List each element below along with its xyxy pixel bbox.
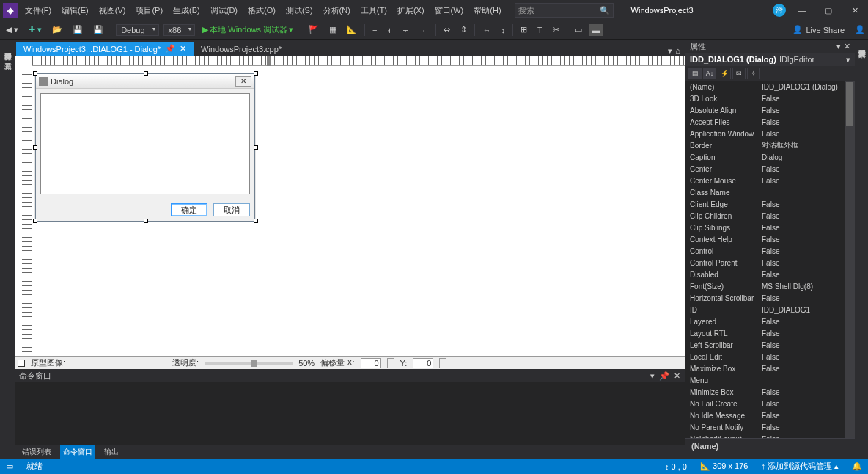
offset-x-spinner[interactable] xyxy=(387,358,394,368)
property-row[interactable]: Minimize BoxFalse xyxy=(685,386,845,398)
events-icon[interactable]: ⚡ xyxy=(718,68,731,79)
toggle-icon-2[interactable]: ▬ xyxy=(589,24,603,36)
menu-item[interactable]: 文件(F) xyxy=(21,3,56,18)
property-row[interactable]: Border对话框外框 xyxy=(685,139,845,151)
scrollbar[interactable] xyxy=(845,81,855,438)
align-left-icon[interactable]: ≡ xyxy=(369,24,380,36)
liveshare-label[interactable]: Live Share xyxy=(806,26,845,34)
align-icon[interactable]: ⫞ xyxy=(384,24,394,36)
property-row[interactable]: 3D LookFalse xyxy=(685,92,845,104)
ok-button[interactable]: 确定 xyxy=(171,203,207,216)
solution-explorer-tab[interactable]: 解决方案资源管理器 xyxy=(855,40,868,48)
output-body[interactable] xyxy=(15,382,685,445)
dialog-editor[interactable]: Dialog ✕ 确定 取消 xyxy=(15,56,685,356)
menu-item[interactable]: 帮助(H) xyxy=(469,3,505,18)
menu-item[interactable]: 格式(O) xyxy=(243,3,280,18)
feedback-icon[interactable]: 👤 xyxy=(855,25,865,34)
property-row[interactable]: Left ScrollbarFalse xyxy=(685,339,845,351)
overrides-icon[interactable]: ✧ xyxy=(747,68,760,79)
property-row[interactable]: CenterFalse xyxy=(685,163,845,175)
text-icon[interactable]: T xyxy=(534,24,545,36)
property-row[interactable]: Menu xyxy=(685,374,845,386)
toggle-icon[interactable]: ▭ xyxy=(572,23,585,36)
size-icon[interactable]: ↔ xyxy=(479,24,493,36)
menu-item[interactable]: 视图(V) xyxy=(95,3,130,18)
resize-handle[interactable] xyxy=(254,71,258,76)
align-icon-2[interactable]: ⫟ xyxy=(399,24,413,36)
property-row[interactable]: Maximize BoxFalse xyxy=(685,362,845,374)
resize-handle[interactable] xyxy=(33,71,37,76)
property-row[interactable]: Absolute AlignFalse xyxy=(685,104,845,116)
menu-item[interactable]: 测试(S) xyxy=(282,3,317,18)
object-selector[interactable]: IDD_DIALOG1 (Dialog) IDlgEditor ▾ xyxy=(685,53,855,66)
menu-item[interactable]: 调试(D) xyxy=(206,3,242,18)
tab-dialog[interactable]: WindowsProject3...DIALOG1 - Dialog* 📌 ✕ xyxy=(16,42,194,56)
resize-handle[interactable] xyxy=(144,71,148,76)
categorized-icon[interactable]: ▤ xyxy=(688,68,702,79)
menu-item[interactable]: 分析(N) xyxy=(319,3,355,18)
server-explorer-tab[interactable]: 服务器资源管理器 xyxy=(1,43,14,51)
new-button[interactable]: ✚ ▾ xyxy=(26,23,45,36)
dialog-preview[interactable]: Dialog ✕ 确定 取消 xyxy=(35,73,255,222)
cancel-button[interactable]: 取消 xyxy=(213,203,250,216)
start-debug-button[interactable]: ▶ 本地 Windows 调试器 ▾ xyxy=(199,23,296,37)
grid-icon[interactable]: ▦ xyxy=(326,23,339,36)
property-row[interactable]: Layout RTLFalse xyxy=(685,327,845,339)
output-tab[interactable]: 输出 xyxy=(101,445,122,459)
tab-home-icon[interactable]: ⌂ xyxy=(675,46,680,56)
resize-handle[interactable] xyxy=(144,219,148,223)
size-icon-2[interactable]: ↕ xyxy=(498,24,508,36)
search-box[interactable]: 搜索 🔍 xyxy=(515,3,614,18)
property-row[interactable]: No Fail CreateFalse xyxy=(685,398,845,409)
messages-icon[interactable]: ✉ xyxy=(732,68,746,79)
offset-y-spinner[interactable] xyxy=(439,358,446,368)
user-badge[interactable]: 滑 xyxy=(773,4,786,17)
property-row[interactable]: LayeredFalse xyxy=(685,316,845,327)
property-row[interactable]: No Idle MessageFalse xyxy=(685,409,845,421)
saveall-button[interactable]: 💾 xyxy=(90,23,106,36)
property-row[interactable]: Clip SiblingsFalse xyxy=(685,222,845,233)
source-control-button[interactable]: ↑ 添加到源代码管理 ▴ xyxy=(761,461,839,472)
property-row[interactable]: Class Name xyxy=(685,186,845,198)
panel-pin-icon[interactable]: 📌 xyxy=(659,371,669,381)
menu-item[interactable]: 扩展(X) xyxy=(393,3,429,18)
panel-close-icon[interactable]: ✕ xyxy=(674,371,680,381)
menu-item[interactable]: 窗口(W) xyxy=(430,3,468,18)
panel-dropdown-icon[interactable]: ▾ xyxy=(836,42,841,51)
property-row[interactable]: Clip ChildrenFalse xyxy=(685,210,845,222)
panel-dropdown-icon[interactable]: ▾ xyxy=(650,371,655,381)
resize-handle[interactable] xyxy=(33,145,37,150)
notifications-icon[interactable]: 🔔 xyxy=(852,462,862,471)
offset-y-input[interactable]: 0 xyxy=(413,358,433,368)
nav-back-button[interactable]: ◀ ▾ xyxy=(3,23,21,36)
property-grid[interactable]: (Name)IDD_DIALOG1 (Dialog)3D LookFalseAb… xyxy=(685,81,845,438)
property-row[interactable]: Application WindowFalse xyxy=(685,128,845,139)
property-row[interactable]: Font(Size)MS Shell Dlg(8) xyxy=(685,280,845,292)
menu-item[interactable]: 生成(B) xyxy=(169,3,205,18)
property-row[interactable]: No Parent NotifyFalse xyxy=(685,421,845,433)
close-tab-icon[interactable]: ✕ xyxy=(180,44,186,54)
property-row[interactable]: Center MouseFalse xyxy=(685,175,845,186)
open-button[interactable]: 📂 xyxy=(49,23,65,36)
resize-handle[interactable] xyxy=(254,145,258,150)
toolbox-tab[interactable]: 工具箱 xyxy=(1,53,14,62)
menu-item[interactable]: 项目(P) xyxy=(131,3,167,18)
output-tab[interactable]: 命令窗口 xyxy=(60,445,95,459)
close-button[interactable]: ✕ xyxy=(845,3,865,18)
center-icon[interactable]: ⊞ xyxy=(518,23,530,36)
alphabetical-icon[interactable]: A↓ xyxy=(703,68,716,79)
cut-icon[interactable]: ✂ xyxy=(550,23,562,36)
dist-h-icon[interactable]: ⇔ xyxy=(441,23,453,36)
property-row[interactable]: ControlFalse xyxy=(685,245,845,257)
property-row[interactable]: Client EdgeFalse xyxy=(685,198,845,210)
dialog-client-area[interactable] xyxy=(40,93,250,194)
property-row[interactable]: Accept FilesFalse xyxy=(685,116,845,128)
property-row[interactable]: CaptionDialog xyxy=(685,151,845,163)
resize-handle[interactable] xyxy=(254,219,258,223)
pin-icon[interactable]: 📌 xyxy=(165,44,175,54)
maximize-button[interactable]: ▢ xyxy=(818,3,839,18)
orig-image-checkbox[interactable] xyxy=(18,360,25,367)
config-dropdown[interactable]: Debug xyxy=(116,24,158,36)
panel-close-icon[interactable]: ✕ xyxy=(844,42,850,51)
ruler-icon[interactable]: 📐 xyxy=(344,23,360,36)
